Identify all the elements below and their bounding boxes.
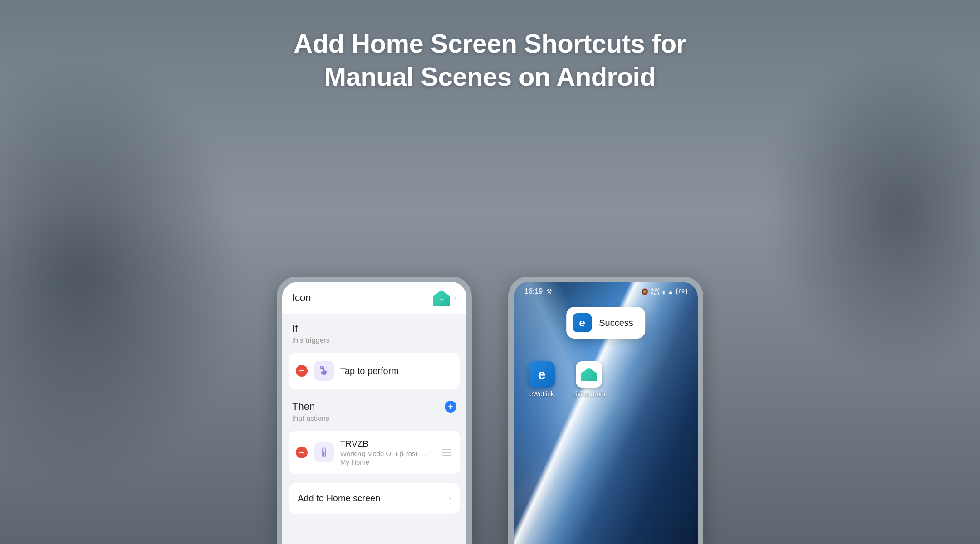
success-toast: e Success (566, 307, 645, 339)
home-app-ewelink[interactable]: e eWeLink (524, 361, 559, 398)
toast-text: Success (599, 318, 633, 328)
then-subtitle: that actions (292, 414, 329, 423)
action-text-column: TRVZB Working Mode OFF(Frost-… My Home (340, 439, 434, 466)
home-app-label: Living room (573, 390, 605, 398)
status-time: 16:19 (524, 287, 543, 296)
action-mode-text: Working Mode OFF(Frost-… (340, 450, 434, 457)
drag-handle-icon[interactable] (440, 449, 453, 456)
home-icons-row: e eWeLink Living room (524, 361, 606, 398)
signal-icon (662, 288, 665, 295)
trigger-label: Tap to perform (340, 366, 453, 376)
action-home-text: My Home (340, 458, 434, 466)
remove-action-button[interactable] (296, 447, 308, 458)
svg-point-0 (320, 366, 323, 369)
wifi-icon: ▲ (668, 288, 674, 295)
chevron-right-icon: › (454, 293, 456, 303)
headline-line-1: Add Home Screen Shortcuts for (294, 27, 686, 60)
network-speed-icon: 4.90KB/s (651, 287, 660, 296)
trigger-card[interactable]: Tap to perform (289, 353, 460, 389)
then-title: Then (292, 401, 329, 413)
phone-left: Icon › If this triggers (277, 277, 472, 544)
status-bar: 16:19 🔕 4.90KB/s ▲ 69 (514, 282, 698, 301)
svg-point-3 (323, 454, 324, 456)
thermostat-device-icon (314, 442, 334, 462)
if-section-header: If this triggers (282, 314, 466, 348)
if-subtitle: this triggers (292, 336, 456, 345)
phones-row: Icon › If this triggers (277, 277, 703, 544)
ewelink-icon: e (529, 361, 555, 388)
add-action-button[interactable]: + (445, 401, 456, 413)
home-app-label: eWeLink (529, 390, 554, 398)
chevron-right-icon: › (448, 494, 451, 503)
home-app-scene-shortcut[interactable]: Living room (572, 361, 606, 398)
dev-tools-icon (546, 287, 552, 296)
icon-row-label: Icon (292, 292, 311, 304)
remove-trigger-button[interactable] (296, 365, 308, 377)
icon-row-right: › (433, 290, 456, 306)
headline-line-2: Manual Scenes on Android (294, 60, 686, 93)
icon-selector-row[interactable]: Icon › (282, 282, 466, 314)
scene-house-icon (581, 368, 597, 381)
mute-icon: 🔕 (641, 288, 648, 295)
scene-shortcut-icon (576, 361, 602, 388)
app-screen: Icon › If this triggers (282, 282, 466, 544)
add-to-home-screen-row[interactable]: Add to Home screen › (289, 483, 460, 514)
then-section-header: Then that actions + (282, 393, 466, 426)
scene-house-icon (433, 290, 450, 306)
tap-trigger-icon (314, 361, 334, 381)
action-card[interactable]: TRVZB Working Mode OFF(Frost-… My Home (289, 431, 460, 474)
stage: Add Home Screen Shortcuts for Manual Sce… (0, 0, 980, 544)
status-right: 🔕 4.90KB/s ▲ 69 (641, 287, 687, 296)
if-title: If (292, 323, 456, 335)
phone-right: 16:19 🔕 4.90KB/s ▲ 69 e Success (508, 277, 703, 544)
headline: Add Home Screen Shortcuts for Manual Sce… (294, 27, 686, 93)
android-home-screen: 16:19 🔕 4.90KB/s ▲ 69 e Success (514, 282, 698, 544)
status-left: 16:19 (524, 287, 552, 296)
add-to-home-label: Add to Home screen (298, 493, 380, 504)
battery-level: 69 (676, 288, 687, 295)
ewelink-app-icon: e (573, 313, 592, 332)
action-device-name: TRVZB (340, 439, 434, 449)
